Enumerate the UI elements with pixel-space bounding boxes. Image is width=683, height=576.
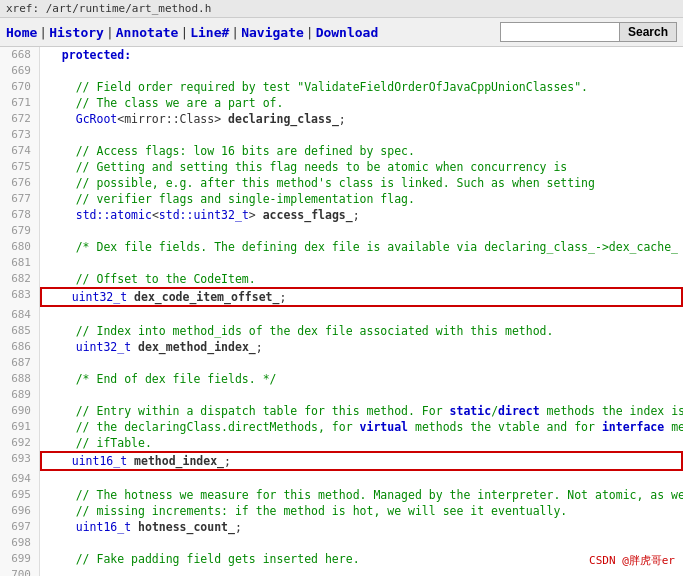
line-number: 692 [0,435,40,451]
line-number: 669 [0,63,40,79]
table-row: 678 std::atomic<std::uint32_t> access_fl… [0,207,683,223]
line-content: uint32_t dex_code_item_offset_; [40,287,683,307]
line-content: // Offset to the CodeItem. [40,271,683,287]
table-row: 669 [0,63,683,79]
table-row: 673 [0,127,683,143]
line-content [40,535,683,551]
search-button[interactable]: Search [620,22,677,42]
table-row: 693 uint16_t method_index_; [0,451,683,471]
line-number: 688 [0,371,40,387]
table-row: 681 [0,255,683,271]
line-content: // Access flags: low 16 bits are defined… [40,143,683,159]
line-number: 679 [0,223,40,239]
table-row: 687 [0,355,683,371]
table-row: 691 // the declaringClass.directMethods,… [0,419,683,435]
line-content: uint16_t method_index_; [40,451,683,471]
nav-home[interactable]: Home [6,25,37,40]
line-content [40,471,683,487]
table-row: 700 [0,567,683,576]
line-content [40,63,683,79]
line-content: // The class we are a part of. [40,95,683,111]
table-row: 683 uint32_t dex_code_item_offset_; [0,287,683,307]
table-row: 682 // Offset to the CodeItem. [0,271,683,287]
table-row: 692 // ifTable. [0,435,683,451]
breadcrumb-bar: xref: /art/runtime/art_method.h [0,0,683,18]
line-content: // the declaringClass.directMethods, for… [40,419,683,435]
line-content: // verifier flags and single-implementat… [40,191,683,207]
line-content: /* Dex file fields. The defining dex fil… [40,239,683,255]
line-number: 695 [0,487,40,503]
table-row: 677 // verifier flags and single-impleme… [0,191,683,207]
nav-lineno[interactable]: Line# [190,25,229,40]
line-content [40,223,683,239]
nav-navigate[interactable]: Navigate [241,25,304,40]
line-content [40,567,683,576]
table-row: 689 [0,387,683,403]
line-number: 697 [0,519,40,535]
line-number: 685 [0,323,40,339]
code-area: 668 protected:669670 // Field order requ… [0,47,683,576]
line-content [40,127,683,143]
line-number: 693 [0,451,40,471]
line-content: // Fake padding field gets inserted here… [40,551,683,567]
table-row: 670 // Field order required by test "Val… [0,79,683,95]
table-row: 676 // possible, e.g. after this method'… [0,175,683,191]
line-number: 687 [0,355,40,371]
table-row: 684 [0,307,683,323]
line-number: 681 [0,255,40,271]
line-content: // Field order required by test "Validat… [40,79,683,95]
line-number: 668 [0,47,40,63]
table-row: 671 // The class we are a part of. [0,95,683,111]
line-number: 700 [0,567,40,576]
table-row: 694 [0,471,683,487]
breadcrumb-text: xref: /art/runtime/art_method.h [6,2,211,15]
line-content: // Index into method_ids of the dex file… [40,323,683,339]
line-number: 680 [0,239,40,255]
line-content: protected: [40,47,683,63]
line-number: 683 [0,287,40,307]
line-number: 690 [0,403,40,419]
line-number: 676 [0,175,40,191]
line-number: 689 [0,387,40,403]
line-content: GcRoot<mirror::Class> declaring_class_; [40,111,683,127]
table-row: 672 GcRoot<mirror::Class> declaring_clas… [0,111,683,127]
line-number: 673 [0,127,40,143]
table-row: 685 // Index into method_ids of the dex … [0,323,683,339]
table-row: 697 uint16_t hotness_count_; [0,519,683,535]
line-number: 698 [0,535,40,551]
nav-annotate[interactable]: Annotate [116,25,179,40]
nav-history[interactable]: History [49,25,104,40]
line-number: 682 [0,271,40,287]
line-content [40,307,683,323]
line-content: // ifTable. [40,435,683,451]
line-content: // possible, e.g. after this method's cl… [40,175,683,191]
line-number: 686 [0,339,40,355]
sep5: | [306,25,314,40]
sep2: | [106,25,114,40]
table-row: 699 // Fake padding field gets inserted … [0,551,683,567]
line-number: 671 [0,95,40,111]
search-input[interactable] [500,22,620,42]
watermark: CSDN @胖虎哥er [589,553,675,568]
table-row: 690 // Entry within a dispatch table for… [0,403,683,419]
table-row: 668 protected: [0,47,683,63]
line-content: std::atomic<std::uint32_t> access_flags_… [40,207,683,223]
line-content: // Getting and setting this flag needs t… [40,159,683,175]
line-content [40,255,683,271]
line-number: 674 [0,143,40,159]
table-row: 688 /* End of dex file fields. */ [0,371,683,387]
line-content: /* End of dex file fields. */ [40,371,683,387]
line-content: // Entry within a dispatch table for thi… [40,403,683,419]
line-content: uint16_t hotness_count_; [40,519,683,535]
table-row: 679 [0,223,683,239]
table-row: 698 [0,535,683,551]
nav-download[interactable]: Download [316,25,379,40]
line-content: // missing increments: if the method is … [40,503,683,519]
sep1: | [39,25,47,40]
table-row: 696 // missing increments: if the method… [0,503,683,519]
table-row: 686 uint32_t dex_method_index_; [0,339,683,355]
line-number: 684 [0,307,40,323]
line-number: 699 [0,551,40,567]
line-number: 677 [0,191,40,207]
line-number: 670 [0,79,40,95]
